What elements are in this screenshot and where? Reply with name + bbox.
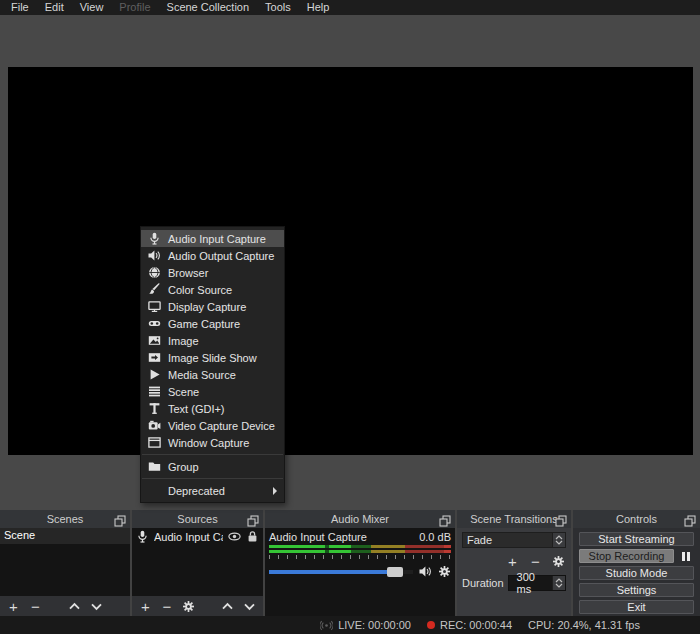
mixer-gear-icon[interactable] (438, 565, 451, 578)
eye-icon[interactable] (228, 530, 241, 543)
sources-dock-header[interactable]: Sources (132, 510, 263, 528)
ctx-label: Group (168, 461, 199, 473)
ctx-item-image-slide-show[interactable]: Image Slide Show (141, 349, 284, 366)
move-scene-down-button[interactable] (90, 600, 103, 613)
exit-button[interactable]: Exit (579, 600, 694, 614)
move-source-up-button[interactable] (221, 600, 234, 613)
menu-view[interactable]: View (72, 0, 112, 15)
ctx-item-audio-output-capture[interactable]: Audio Output Capture (141, 247, 284, 264)
pause-recording-button[interactable] (677, 549, 694, 563)
ctx-item-scene[interactable]: Scene (141, 383, 284, 400)
add-transition-button[interactable]: + (505, 554, 520, 569)
duration-value: 300 ms (509, 571, 552, 595)
mixer-level-db: 0.0 dB (419, 531, 451, 543)
scene-list-item[interactable]: Scene (0, 528, 130, 544)
meter-tick-scale (269, 555, 451, 559)
menu-profile[interactable]: Profile (111, 0, 158, 15)
ctx-label: Browser (168, 267, 208, 279)
duration-input[interactable]: 300 ms (508, 575, 566, 591)
controls-dock-header[interactable]: Controls (573, 510, 700, 528)
menu-help[interactable]: Help (299, 0, 338, 15)
popout-icon[interactable] (555, 513, 567, 525)
ctx-item-game-capture[interactable]: Game Capture (141, 315, 284, 332)
popout-icon[interactable] (439, 513, 451, 525)
settings-button[interactable]: Settings (579, 583, 694, 597)
ctx-item-audio-input-capture[interactable]: Audio Input Capture (141, 230, 284, 247)
stop-recording-button[interactable]: Stop Recording (579, 549, 674, 563)
menu-separator (142, 454, 283, 455)
ctx-label: Deprecated (168, 485, 225, 497)
ctx-label: Video Capture Device (168, 420, 275, 432)
brush-icon (148, 283, 161, 296)
volume-meter-bar (269, 545, 451, 548)
status-bar: LIVE: 00:00:00 REC: 00:00:44 CPU: 20.4%,… (0, 616, 700, 634)
scene-list-icon (148, 385, 161, 398)
menu-edit[interactable]: Edit (37, 0, 72, 15)
recording-dot-icon (427, 621, 435, 629)
window-icon (148, 436, 161, 449)
popout-icon[interactable] (684, 513, 696, 525)
move-source-down-button[interactable] (243, 600, 256, 613)
ctx-item-display-capture[interactable]: Display Capture (141, 298, 284, 315)
obs-main-window: { "menu_bar": { "items": [ {"label": "Fi… (0, 0, 700, 634)
slideshow-icon (148, 351, 161, 364)
volume-slider[interactable] (269, 570, 413, 574)
scenes-dock-header[interactable]: Scenes (0, 510, 130, 528)
transition-select[interactable]: Fade (462, 532, 566, 548)
mute-speaker-icon[interactable] (419, 565, 432, 578)
scenes-list: Scene (0, 528, 130, 596)
globe-icon (148, 266, 161, 279)
combo-spinner[interactable] (552, 533, 565, 547)
transitions-body: Fade + − Duration 300 ms (457, 528, 571, 616)
ctx-item-text-gdi[interactable]: Text (GDI+) (141, 400, 284, 417)
audio-mixer-dock-header[interactable]: Audio Mixer (265, 510, 455, 528)
start-streaming-button[interactable]: Start Streaming (579, 532, 694, 546)
add-scene-button[interactable]: + (7, 600, 20, 613)
duration-label: Duration (462, 577, 504, 589)
dock-controls: Controls Start Streaming Stop Recording … (573, 510, 700, 616)
cpu-fps-stats: CPU: 20.4%, 41.31 fps (528, 619, 640, 631)
remove-scene-button[interactable]: − (29, 600, 42, 613)
dock-area: Scenes Scene + − Sources Audio Input Cap… (0, 510, 700, 616)
scenes-toolbar: + − (0, 596, 130, 616)
submenu-arrow-icon (273, 487, 277, 495)
sources-dock-title: Sources (136, 513, 259, 525)
source-list-item[interactable]: Audio Input Capture (132, 528, 263, 545)
move-scene-up-button[interactable] (68, 600, 81, 613)
transitions-dock-header[interactable]: Scene Transitions (457, 510, 571, 528)
image-icon (148, 334, 161, 347)
menu-scene-collection[interactable]: Scene Collection (159, 0, 258, 15)
volume-slider-handle[interactable] (387, 567, 403, 577)
studio-mode-button[interactable]: Studio Mode (579, 566, 694, 580)
ctx-item-media-source[interactable]: Media Source (141, 366, 284, 383)
transition-gear-icon[interactable] (551, 554, 566, 569)
ctx-item-video-capture-device[interactable]: Video Capture Device (141, 417, 284, 434)
ctx-item-deprecated[interactable]: Deprecated (141, 482, 284, 499)
duration-spinner[interactable] (552, 576, 565, 590)
text-icon (148, 402, 161, 415)
preview-canvas[interactable] (8, 67, 693, 455)
ctx-item-color-source[interactable]: Color Source (141, 281, 284, 298)
dock-scene-transitions: Scene Transitions Fade + − Duration 300 … (457, 510, 571, 616)
menu-separator (142, 478, 283, 479)
ctx-item-window-capture[interactable]: Window Capture (141, 434, 284, 451)
menu-bar: File Edit View Profile Scene Collection … (0, 0, 700, 15)
menu-file[interactable]: File (3, 0, 37, 15)
add-source-button[interactable]: + (139, 600, 152, 613)
ctx-item-group[interactable]: Group (141, 458, 284, 475)
sources-list: Audio Input Capture (132, 528, 263, 596)
ctx-item-browser[interactable]: Browser (141, 264, 284, 281)
menu-tools[interactable]: Tools (257, 0, 299, 15)
popout-icon[interactable] (114, 513, 126, 525)
lock-icon[interactable] (246, 530, 259, 543)
source-properties-gear-icon[interactable] (182, 600, 195, 613)
source-label: Audio Input Capture (154, 531, 223, 543)
remove-source-button[interactable]: − (161, 600, 174, 613)
popout-icon[interactable] (247, 513, 259, 525)
volume-meter-bar (269, 550, 451, 553)
transition-selected-value: Fade (463, 534, 552, 546)
ctx-item-image[interactable]: Image (141, 332, 284, 349)
remove-transition-button[interactable]: − (528, 554, 543, 569)
ctx-label: Scene (168, 386, 199, 398)
sources-toolbar: + − (132, 596, 263, 616)
